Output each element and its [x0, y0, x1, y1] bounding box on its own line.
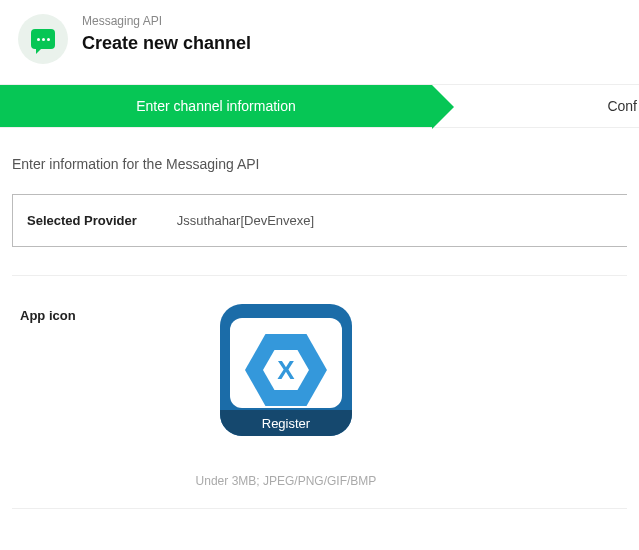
header-category: Messaging API	[82, 14, 251, 28]
app-icon-section: App icon X Register Under 3MB; JPEG/PNG/…	[0, 276, 639, 488]
provider-label: Selected Provider	[27, 213, 137, 228]
selected-provider-box: Selected Provider Jssuthahar[DevEnvexe]	[12, 194, 627, 247]
page-title: Create new channel	[82, 33, 251, 54]
provider-value: Jssuthahar[DevEnvexe]	[177, 213, 314, 228]
progress-stepper: Enter channel information Conf	[0, 84, 639, 128]
divider	[12, 508, 627, 509]
section-description: Enter information for the Messaging API	[0, 128, 639, 194]
page-header: Messaging API Create new channel	[0, 0, 639, 84]
upload-hint: Under 3MB; JPEG/PNG/GIF/BMP	[196, 474, 377, 488]
messaging-api-icon	[18, 14, 68, 64]
app-icon-upload[interactable]: X Register	[220, 304, 352, 436]
app-icon-label: App icon	[20, 304, 76, 323]
step-confirm[interactable]: Conf	[432, 85, 639, 127]
step-enter-info[interactable]: Enter channel information	[0, 85, 432, 127]
header-titles: Messaging API Create new channel	[82, 14, 251, 54]
register-badge: Register	[220, 410, 352, 436]
